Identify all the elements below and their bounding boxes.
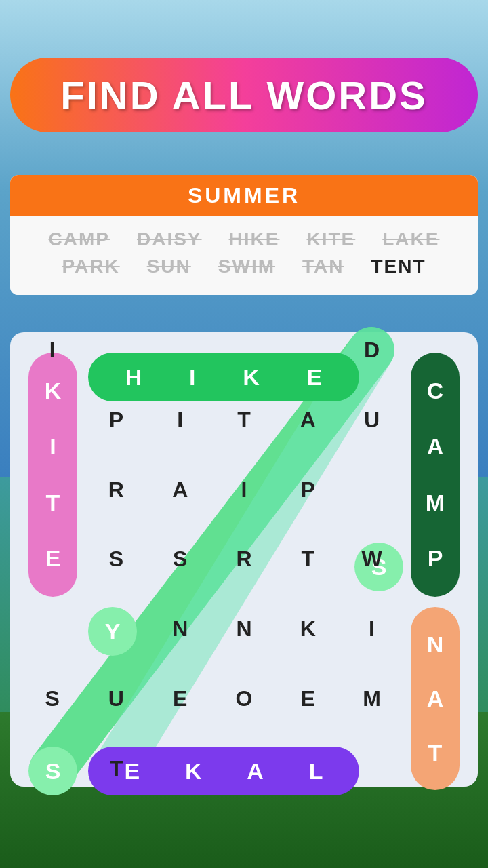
word-park: PARK (62, 256, 119, 277)
cell-6-2[interactable]: E (148, 734, 212, 804)
cell-4-6[interactable]: N (404, 594, 468, 664)
cell-6-5[interactable]: L (340, 734, 403, 804)
cell-5-6[interactable]: A (404, 664, 468, 734)
cell-5-4[interactable]: E (276, 664, 340, 734)
cell-1-6[interactable]: A (404, 385, 468, 455)
theme-name: SUMMER (188, 183, 300, 208)
grid-letters[interactable]: I H I K E D C K P I T A U A I R A I P S … (20, 315, 468, 804)
cell-0-6[interactable]: C (404, 315, 468, 385)
cell-5-3[interactable]: O (212, 664, 276, 734)
theme-header: SUMMER (10, 175, 478, 216)
cell-1-4[interactable]: A (276, 385, 340, 455)
cell-6-1[interactable]: T (84, 734, 148, 804)
word-camp: CAMP (49, 229, 110, 250)
cell-5-1[interactable]: U (84, 664, 148, 734)
cell-0-5[interactable]: D (340, 315, 403, 385)
cell-4-4[interactable]: K (276, 594, 340, 664)
cell-6-0[interactable]: S (20, 734, 84, 804)
cell-2-0[interactable]: I (20, 455, 84, 525)
cell-3-0[interactable]: T (20, 525, 84, 595)
cell-1-2[interactable]: I (148, 385, 212, 455)
cell-1-3[interactable]: T (212, 385, 276, 455)
word-list-row-2: PARK SUN SWIM TAN TENT (24, 256, 464, 277)
cell-4-3[interactable]: N (212, 594, 276, 664)
cell-4-5[interactable]: I (340, 594, 403, 664)
word-list-row-1: CAMP DAISY HIKE KITE LAKE (24, 229, 464, 250)
cell-2-2[interactable]: A (148, 455, 212, 525)
cell-4-0[interactable]: E (20, 594, 84, 664)
cell-0-3[interactable]: K (212, 315, 276, 385)
cell-3-3[interactable]: R (212, 525, 276, 595)
word-kite: KITE (306, 229, 355, 250)
word-list-body: CAMP DAISY HIKE KITE LAKE PARK SUN SWIM … (10, 216, 478, 295)
cell-2-5[interactable]: S (340, 455, 403, 525)
cell-5-2[interactable]: E (148, 664, 212, 734)
cell-3-5[interactable]: W (340, 525, 403, 595)
cell-5-0[interactable]: S (20, 664, 84, 734)
cell-3-2[interactable]: S (148, 525, 212, 595)
word-lake: LAKE (382, 229, 439, 250)
cell-0-1[interactable]: H (84, 315, 148, 385)
word-daisy: DAISY (137, 229, 202, 250)
cell-6-6[interactable]: T (404, 734, 468, 804)
cell-4-1[interactable]: Y (84, 594, 148, 664)
cell-2-4[interactable]: P (276, 455, 340, 525)
cell-1-5[interactable]: U (340, 385, 403, 455)
cell-3-4[interactable]: T (276, 525, 340, 595)
cell-3-1[interactable]: S (84, 525, 148, 595)
cell-1-1[interactable]: P (84, 385, 148, 455)
cell-2-1[interactable]: R (84, 455, 148, 525)
cell-0-0[interactable]: I (20, 315, 84, 385)
word-list-panel: SUMMER CAMP DAISY HIKE KITE LAKE PARK SU… (10, 175, 478, 295)
word-swim: SWIM (218, 256, 275, 277)
title-banner: FIND ALL WORDS (10, 58, 478, 132)
cell-3-6[interactable]: P (404, 525, 468, 595)
cell-2-3[interactable]: I (212, 455, 276, 525)
cell-6-3[interactable]: K (212, 734, 276, 804)
cell-5-5[interactable]: M (340, 664, 403, 734)
cell-0-2[interactable]: I (148, 315, 212, 385)
word-tan: TAN (302, 256, 344, 277)
word-sun: SUN (147, 256, 191, 277)
cell-6-4[interactable]: A (276, 734, 340, 804)
word-hike: HIKE (229, 229, 280, 250)
cell-0-4[interactable]: E (276, 315, 340, 385)
title-text: FIND ALL WORDS (60, 73, 427, 118)
grid-container: K I T E H I K E C A M P N A T E K (20, 315, 468, 804)
cell-2-6[interactable]: M (404, 455, 468, 525)
grid-panel: K I T E H I K E C A M P N A T E K (10, 332, 478, 787)
cell-1-0[interactable]: K (20, 385, 84, 455)
word-tent: TENT (371, 256, 426, 277)
cell-4-2[interactable]: N (148, 594, 212, 664)
